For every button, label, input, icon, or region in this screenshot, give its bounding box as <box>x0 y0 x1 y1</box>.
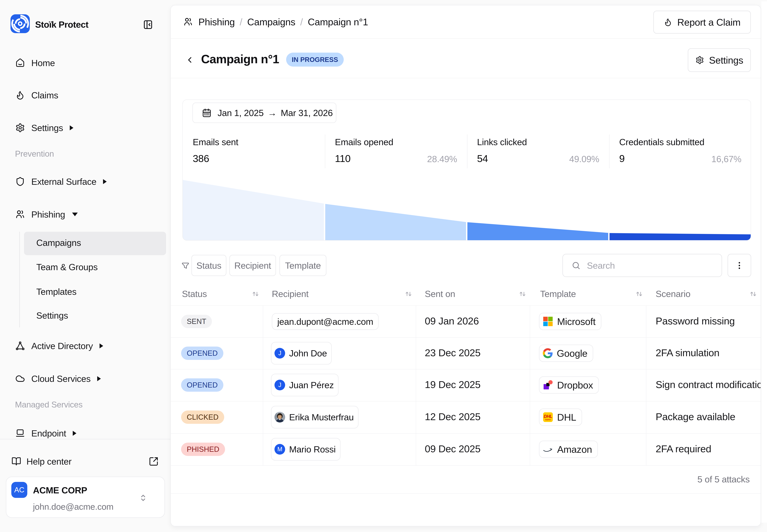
svg-text:Express: Express <box>545 419 551 420</box>
svg-text:DHL: DHL <box>544 414 552 419</box>
